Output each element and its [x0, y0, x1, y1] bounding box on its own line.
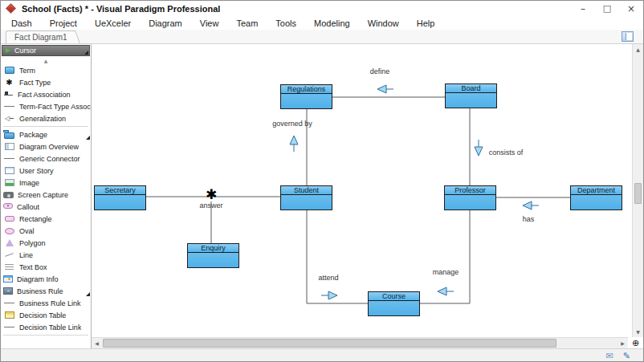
connector-label-consists-of: consists of [489, 148, 524, 157]
connector-label-governed-by: governed by [272, 120, 312, 128]
connector-label-answer: answer [199, 201, 222, 209]
node-enquiry[interactable]: Enquiry [187, 243, 239, 268]
toolbox-item-diagram-info[interactable]: Diagram Info [1, 273, 91, 285]
rectangle-icon [5, 216, 14, 222]
toolbox-item-label: Rectangle [19, 215, 52, 223]
toolbox-divider [3, 126, 88, 127]
cursor-icon [6, 48, 10, 53]
menu-tools[interactable]: Tools [267, 18, 305, 28]
scroll-down-button[interactable]: ▼ [633, 327, 643, 337]
toolbox-item-label: Image [19, 179, 39, 187]
define-direction-arrow[interactable] [377, 85, 393, 93]
fact-type-icon [3, 78, 15, 87]
diagram-canvas[interactable]: Regulations Board Secretary Student Prof… [92, 44, 632, 337]
toolbox-item-business-rule-link[interactable]: Business Rule Link [1, 297, 91, 309]
scroll-right-button[interactable]: ▶ [618, 340, 628, 346]
toolbox-item-term[interactable]: Term [1, 64, 91, 76]
vertical-scrollbar-thumb[interactable] [634, 183, 642, 204]
connector-label-has: has [523, 215, 535, 223]
toolbox-item-business-rule[interactable]: Business Rule [1, 285, 91, 297]
cursor-tool-label: Cursor [14, 47, 36, 55]
attend-direction-arrow[interactable] [321, 291, 337, 299]
node-department[interactable]: Department [570, 185, 622, 210]
has-direction-arrow[interactable] [523, 201, 539, 209]
connector-line-icon [4, 327, 14, 327]
menu-uexceler[interactable]: UeXceler [86, 18, 140, 28]
toolbox-item-generic-connector[interactable]: Generic Connector [1, 153, 91, 165]
screen-capture-icon [3, 192, 14, 198]
toolbox-item-decision-table[interactable]: Decision Table [1, 309, 91, 321]
image-icon [5, 179, 14, 186]
horizontal-scrollbar-track[interactable] [102, 338, 618, 348]
minimize-button[interactable]: – [571, 1, 595, 16]
menu-diagram[interactable]: Diagram [140, 18, 191, 28]
tab-fact-diagram1[interactable]: Fact Diagram1 [6, 31, 72, 43]
toolbox-item-fact-type[interactable]: Fact Type [1, 76, 91, 88]
horizontal-scrollbar[interactable]: ◀ ▶ [92, 337, 628, 348]
menu-view[interactable]: View [191, 18, 228, 28]
toolbox-item-label: Business Rule Link [19, 299, 81, 307]
generalization-icon [3, 114, 15, 124]
toolbox-item-oval[interactable]: Oval [1, 225, 91, 237]
node-professor[interactable]: Professor [444, 185, 496, 210]
menu-project[interactable]: Project [41, 18, 86, 28]
toggle-panel-icon[interactable] [622, 31, 634, 42]
connector-line-icon [4, 303, 14, 303]
toolbox-item-rectangle[interactable]: Rectangle [1, 213, 91, 225]
toolbox-item-decision-table-link[interactable]: Decision Table Link [1, 321, 91, 333]
mail-icon[interactable]: ✉ [606, 352, 613, 360]
scroll-up-button[interactable]: ▲ [633, 44, 643, 55]
node-regulations[interactable]: Regulations [280, 84, 332, 109]
menu-team[interactable]: Team [227, 18, 267, 28]
connector-label-define: define [370, 67, 390, 75]
node-board[interactable]: Board [445, 83, 497, 108]
menu-bar: Dash Project UeXceler Diagram View Team … [1, 16, 643, 30]
consists-of-direction-arrow[interactable] [475, 140, 483, 156]
manage-direction-arrow[interactable] [438, 287, 454, 295]
toolbox-scroll-up[interactable]: ▲ [1, 57, 91, 64]
toolbox-item-line[interactable]: Line [1, 249, 91, 261]
node-course[interactable]: Course [368, 291, 420, 316]
connector-label-manage: manage [433, 268, 459, 276]
menu-modeling[interactable]: Modeling [305, 18, 359, 28]
toolbox-item-label: Fact Type [19, 79, 51, 87]
diagram-connectors [92, 44, 625, 337]
user-story-icon [5, 167, 14, 174]
toolbox-item-fact-association[interactable]: Fact Association [1, 88, 91, 100]
vertical-scrollbar-track[interactable] [633, 55, 643, 327]
close-button[interactable]: × [619, 1, 643, 16]
toolbox-item-polygon[interactable]: Polygon [1, 237, 91, 249]
toolbox-item-label: Term [19, 67, 35, 75]
node-title: Department [571, 186, 622, 195]
horizontal-scrollbar-thumb[interactable] [103, 339, 556, 348]
maximize-button[interactable]: □ [595, 1, 619, 16]
toolbox-cursor-tool[interactable]: Cursor [2, 45, 90, 56]
title-bar: School (Facts) * - Visual Paradigm Profe… [1, 1, 643, 16]
toolbox-item-text-box[interactable]: Text Box [1, 261, 91, 273]
toolbox-item-term-fact-type-association[interactable]: Term-Fact Type Association [1, 100, 91, 112]
node-title: Student [281, 186, 332, 195]
node-secretary[interactable]: Secretary [94, 185, 146, 210]
toolbox-item-label: Decision Table [19, 311, 66, 319]
toolbox-item-package[interactable]: Package [1, 128, 91, 140]
toolbox-item-screen-capture[interactable]: Screen Capture [1, 189, 91, 201]
governed-by-direction-arrow[interactable] [290, 136, 298, 152]
node-student[interactable]: Student [280, 185, 332, 210]
menu-dash[interactable]: Dash [2, 18, 41, 28]
toolbox-item-label: Fact Association [18, 91, 71, 99]
edit-icon[interactable]: ✎ [623, 352, 630, 360]
callout-icon [3, 203, 13, 209]
menu-window[interactable]: Window [359, 18, 408, 28]
fact-type-symbol[interactable]: ✱ [206, 188, 217, 201]
menu-help[interactable]: Help [408, 18, 444, 28]
scroll-left-button[interactable]: ◀ [92, 340, 102, 346]
toolbox-item-image[interactable]: Image [1, 177, 91, 189]
toolbox-item-callout[interactable]: Callout [1, 201, 91, 213]
visual-paradigm-logo-icon [6, 3, 16, 14]
toolbox-item-user-story[interactable]: User Story [1, 165, 91, 177]
toolbox-item-diagram-overview[interactable]: Diagram Overview [1, 140, 91, 153]
toolbox-item-generalization[interactable]: Generalization [1, 112, 91, 124]
vertical-scrollbar[interactable]: ▲ ▼ [632, 44, 643, 337]
fact-association-icon [3, 92, 14, 98]
pan-tool-button[interactable]: ⊕ [628, 337, 643, 348]
